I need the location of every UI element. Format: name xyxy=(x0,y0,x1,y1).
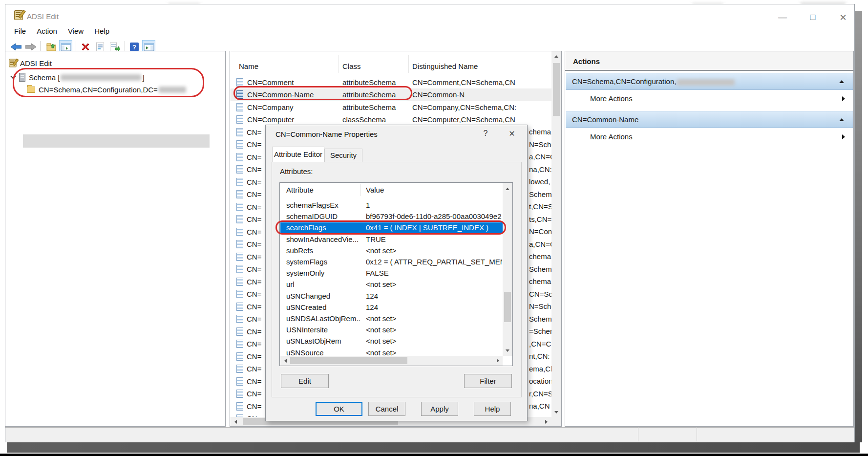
tree-root-adsi-edit[interactable]: ADSI Edit xyxy=(8,58,52,68)
table-row[interactable]: CN= xyxy=(236,200,266,213)
grid-column-attribute[interactable]: Attribute xyxy=(286,186,314,194)
table-row[interactable]: CN= xyxy=(236,288,266,301)
grid-vscrollbar[interactable] xyxy=(503,183,512,356)
grid-hscrollbar[interactable] xyxy=(280,356,503,366)
table-row[interactable]: CN= xyxy=(236,413,266,417)
attribute-row[interactable]: USNIntersite<not set> xyxy=(280,325,503,336)
scroll-up-icon[interactable] xyxy=(506,188,509,190)
table-row[interactable]: CN= xyxy=(236,375,266,388)
list-vscrollbar[interactable] xyxy=(551,51,561,417)
edit-button[interactable]: Edit xyxy=(281,374,329,388)
dialog-close-icon[interactable]: ✕ xyxy=(506,129,518,138)
table-row[interactable]: CN= xyxy=(236,188,266,201)
dialog-help-icon[interactable]: ? xyxy=(480,129,491,138)
attribute-row[interactable]: schemaFlagsEx1 xyxy=(280,200,503,211)
table-row[interactable]: CN= xyxy=(236,126,266,138)
grid-hscroll-thumb[interactable] xyxy=(290,357,407,364)
apply-button[interactable]: Apply xyxy=(421,402,458,416)
minimize-button[interactable]: — xyxy=(775,12,790,22)
table-row[interactable]: CN= xyxy=(236,338,266,350)
scroll-left-icon[interactable] xyxy=(284,359,287,363)
tree-item-schema-naming-context[interactable]: CN=Schema,CN=Configuration,DC= xyxy=(27,86,187,94)
menu-action[interactable]: Action xyxy=(32,26,63,36)
column-header-dn[interactable]: Distinguished Name xyxy=(412,62,478,70)
table-row[interactable]: CN= xyxy=(236,175,266,188)
attribute-row[interactable]: subRefs<not set> xyxy=(280,245,503,257)
table-row[interactable]: CN= xyxy=(236,363,266,375)
row-dn-fragment: a,CN=C xyxy=(529,240,552,248)
row-name: CN= xyxy=(247,128,261,136)
table-row[interactable]: CN=Common-NameattributeSchemaCN=Common-N xyxy=(230,88,551,101)
scroll-right-icon[interactable] xyxy=(545,420,548,424)
column-header-name[interactable]: Name xyxy=(239,62,258,70)
column-header-class[interactable]: Class xyxy=(342,62,361,70)
help-button[interactable]: Help xyxy=(474,402,511,416)
table-row[interactable]: CN= xyxy=(236,250,266,263)
collapse-icon[interactable] xyxy=(839,80,844,83)
table-row[interactable]: CN= xyxy=(236,313,266,326)
tab-security[interactable]: Security xyxy=(324,149,362,162)
table-row[interactable]: CN= xyxy=(236,213,266,226)
table-row[interactable]: CN= xyxy=(236,275,266,288)
attribute-schema-icon xyxy=(236,178,243,186)
attribute-row[interactable]: systemOnlyFALSE xyxy=(280,268,503,279)
row-dn-fragment: CN=Sc xyxy=(529,290,552,298)
table-row[interactable]: CN= xyxy=(236,163,266,176)
table-row[interactable]: CN= xyxy=(236,400,266,413)
vscroll-thumb[interactable] xyxy=(553,63,560,116)
attribute-schema-icon xyxy=(236,390,243,398)
tree-schema-prefix: Schema [ xyxy=(29,73,60,82)
menu-help[interactable]: Help xyxy=(89,26,115,36)
actions-group-common-name[interactable]: CN=Common-Name xyxy=(566,111,853,128)
row-name: CN= xyxy=(247,315,261,323)
attribute-row[interactable]: showInAdvancedVie...TRUE xyxy=(280,234,503,245)
collapse-icon[interactable] xyxy=(839,118,844,121)
toolbar-separator xyxy=(40,41,41,52)
attribute-row[interactable]: searchFlags0x41 = ( INDEX | SUBTREE_INDE… xyxy=(280,222,503,234)
tree-item-schema[interactable]: Schema [ ] xyxy=(9,73,145,82)
attribute-row[interactable]: uSNDSALastObjRem...<not set> xyxy=(280,313,503,325)
grid-column-divider xyxy=(360,184,361,196)
menu-view[interactable]: View xyxy=(63,26,89,36)
attribute-row[interactable]: url<not set> xyxy=(280,279,503,290)
table-row[interactable]: CN= xyxy=(236,238,266,251)
chevron-expanded-icon[interactable] xyxy=(10,73,16,79)
table-row[interactable]: CN= xyxy=(236,225,266,238)
maximize-button[interactable]: □ xyxy=(805,12,820,22)
close-button[interactable]: ✕ xyxy=(836,12,850,23)
attribute-row[interactable]: schemaIDGUIDbf96793f-0de6-11d0-a285-00aa… xyxy=(280,211,503,222)
attribute-row[interactable]: uSNCreated124 xyxy=(280,302,503,313)
table-row[interactable]: CN= xyxy=(236,350,266,363)
table-row[interactable]: CN= xyxy=(236,263,266,276)
tab-attribute-editor[interactable]: Attribute Editor xyxy=(272,147,324,162)
scroll-down-icon[interactable] xyxy=(506,349,509,352)
table-row[interactable]: CN=CommentattributeSchemaCN=Comment,CN=S… xyxy=(230,76,551,88)
more-actions-common-name[interactable]: More Actions xyxy=(566,129,853,145)
cancel-button[interactable]: Cancel xyxy=(368,402,405,416)
scroll-down-icon[interactable] xyxy=(554,411,558,413)
table-row[interactable]: CN=ComputerclassSchemaCN=Computer,CN=Sch… xyxy=(230,113,551,126)
attribute-row[interactable]: systemFlags0x12 = ( ATTR_REQ_PARTIAL_SET… xyxy=(280,257,503,268)
table-row[interactable]: CN= xyxy=(236,138,266,151)
filter-button[interactable]: Filter xyxy=(464,374,512,388)
grid-vscroll-thumb[interactable] xyxy=(504,292,511,322)
row-name: CN= xyxy=(247,228,261,236)
column-divider[interactable] xyxy=(339,55,339,73)
table-row[interactable]: CN= xyxy=(236,388,266,400)
table-row[interactable]: CN= xyxy=(236,151,266,163)
actions-group-schema[interactable]: CN=Schema,CN=Configuration, xyxy=(566,73,853,90)
scroll-left-icon[interactable] xyxy=(234,420,237,424)
ok-button[interactable]: OK xyxy=(316,402,362,416)
scroll-up-icon[interactable] xyxy=(554,55,558,58)
more-actions-schema[interactable]: More Actions xyxy=(566,90,853,107)
column-divider[interactable] xyxy=(408,55,409,73)
grid-column-value[interactable]: Value xyxy=(366,186,384,194)
attribute-row[interactable]: uSNLastObjRem<not set> xyxy=(280,336,503,347)
row-name: CN= xyxy=(247,377,261,386)
table-row[interactable]: CN= xyxy=(236,300,266,313)
menu-file[interactable]: File xyxy=(9,26,32,36)
table-row[interactable]: CN= xyxy=(236,325,266,338)
scroll-right-icon[interactable] xyxy=(497,359,499,363)
table-row[interactable]: CN=CompanyattributeSchemaCN=Company,CN=S… xyxy=(230,101,551,113)
attribute-row[interactable]: uSNChanged124 xyxy=(280,291,503,302)
